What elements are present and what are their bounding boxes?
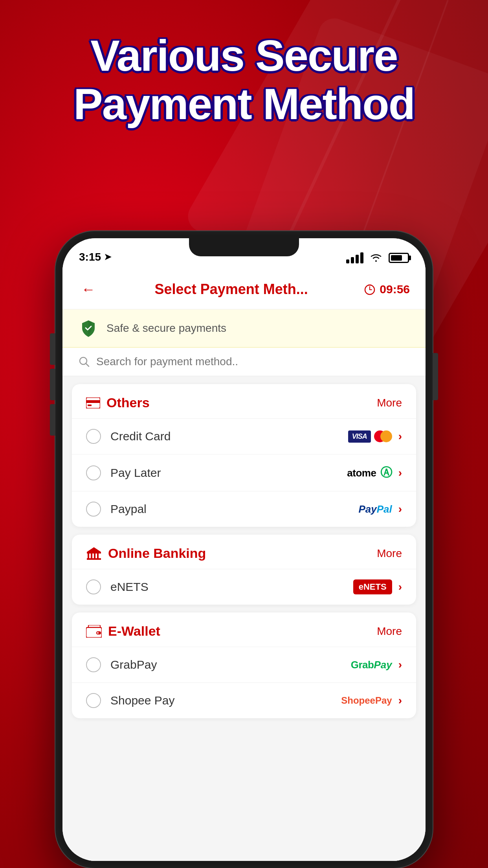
enets-item[interactable]: eNETS eNETS ›	[72, 569, 416, 605]
paypal-item[interactable]: Paypal PayPal ›	[72, 491, 416, 527]
wallet-icon	[86, 625, 102, 638]
enets-radio[interactable]	[86, 579, 101, 594]
app-header: ← Select Payment Meth... 09:56	[62, 268, 426, 309]
mastercard-logo	[374, 430, 392, 442]
ewallet-section-title: E-Wallet	[108, 623, 160, 639]
online-banking-section: Online Banking More eNETS eNETS ›	[72, 535, 416, 605]
svg-marker-15	[87, 547, 101, 552]
svg-rect-14	[87, 558, 101, 560]
paypal-radio[interactable]	[86, 502, 101, 517]
grabpay-item[interactable]: GrabPay GrabPay ›	[72, 647, 416, 682]
paypal-logo: PayPal	[358, 503, 392, 515]
others-more-button[interactable]: More	[377, 397, 402, 409]
phone-mockup: 3:15 ➤	[55, 231, 433, 868]
pay-later-right: atome Ⓐ ›	[347, 465, 402, 481]
grabpay-logo: GrabPay	[351, 659, 392, 671]
others-title-wrap: Others	[86, 395, 150, 410]
card-icon	[86, 397, 100, 408]
ewallet-more-button[interactable]: More	[377, 625, 402, 638]
enets-chevron: ›	[398, 581, 402, 593]
search-input[interactable]	[96, 355, 410, 368]
banking-header: Online Banking More	[72, 535, 416, 569]
enets-right: eNETS ›	[353, 579, 402, 594]
svg-rect-11	[91, 554, 92, 558]
others-section: Others More Credit Card VISA	[72, 384, 416, 527]
svg-rect-10	[88, 554, 89, 558]
banking-section-title: Online Banking	[108, 546, 206, 561]
bottom-padding	[62, 726, 426, 750]
svg-rect-12	[94, 554, 95, 558]
hero-title: Various Secure Payment Method	[24, 31, 464, 128]
pay-later-label: Pay Later	[110, 466, 161, 480]
svg-rect-9	[87, 552, 101, 554]
safety-text: Safe & secure payments	[106, 322, 226, 335]
timer-value: 09:56	[380, 283, 410, 296]
time-display: 3:15	[79, 251, 101, 263]
pay-later-chevron: ›	[398, 467, 402, 479]
svg-rect-13	[97, 554, 99, 558]
credit-card-chevron: ›	[398, 430, 402, 443]
credit-card-item[interactable]: Credit Card VISA ›	[72, 418, 416, 454]
shield-icon	[78, 318, 99, 338]
grabpay-label: GrabPay	[110, 658, 157, 671]
phone-outer: 3:15 ➤	[55, 231, 433, 868]
others-header: Others More	[72, 384, 416, 418]
card-brand-logos: VISA	[348, 430, 392, 443]
safety-banner: Safe & secure payments	[62, 309, 426, 348]
back-button[interactable]: ←	[78, 279, 99, 300]
visa-logo: VISA	[348, 430, 371, 443]
credit-card-right: VISA ›	[348, 430, 402, 443]
shopee-label: Shopee Pay	[110, 694, 174, 707]
timer-icon	[364, 283, 376, 295]
search-bar[interactable]	[62, 348, 426, 376]
grabpay-left: GrabPay	[86, 657, 157, 672]
shopee-chevron: ›	[398, 694, 402, 707]
status-time: 3:15 ➤	[79, 251, 111, 263]
search-icon	[78, 356, 90, 368]
credit-card-radio[interactable]	[86, 429, 101, 444]
paypal-right: PayPal ›	[358, 503, 402, 515]
app-content[interactable]: ← Select Payment Meth... 09:56	[62, 268, 426, 861]
banking-more-button[interactable]: More	[377, 547, 402, 560]
pay-later-radio[interactable]	[86, 465, 101, 480]
ewallet-section: E-Wallet More GrabPay GrabPay	[72, 612, 416, 718]
enets-label: eNETS	[110, 580, 149, 594]
svg-line-5	[86, 363, 89, 366]
page-title: Select Payment Meth...	[155, 281, 308, 298]
gps-icon: ➤	[104, 252, 111, 262]
enets-left: eNETS	[86, 579, 149, 594]
ewallet-title-wrap: E-Wallet	[86, 623, 160, 639]
svg-point-18	[97, 632, 99, 634]
wifi-icon	[370, 253, 382, 263]
status-icons	[346, 252, 409, 263]
battery-icon	[389, 253, 409, 263]
shopee-right: ShopeePay ›	[341, 694, 402, 707]
grabpay-chevron: ›	[398, 658, 402, 671]
credit-card-label: Credit Card	[110, 430, 171, 443]
credit-card-left: Credit Card	[86, 429, 171, 444]
phone-notch	[189, 238, 299, 256]
shopee-left: Shopee Pay	[86, 693, 174, 708]
shopee-pay-item[interactable]: Shopee Pay ShopeePay ›	[72, 682, 416, 718]
banking-title-wrap: Online Banking	[86, 546, 206, 561]
back-arrow-icon: ←	[81, 281, 95, 298]
shopee-logo: ShopeePay	[341, 695, 392, 706]
enets-logo: eNETS	[353, 579, 392, 594]
signal-icon	[346, 252, 363, 263]
grabpay-right: GrabPay ›	[351, 658, 402, 671]
pay-later-left: Pay Later	[86, 465, 161, 480]
phone-screen: 3:15 ➤	[62, 238, 426, 861]
paypal-left: Paypal	[86, 502, 147, 517]
svg-rect-8	[88, 405, 92, 406]
others-section-title: Others	[106, 395, 150, 410]
paypal-label: Paypal	[110, 502, 147, 516]
countdown-timer: 09:56	[364, 283, 410, 296]
ewallet-header: E-Wallet More	[72, 612, 416, 647]
grabpay-radio[interactable]	[86, 657, 101, 672]
shopee-radio[interactable]	[86, 693, 101, 708]
pay-later-item[interactable]: Pay Later atome Ⓐ ›	[72, 454, 416, 491]
paypal-chevron: ›	[398, 503, 402, 515]
bank-icon	[86, 546, 102, 561]
atome-logo: atome Ⓐ	[347, 465, 392, 481]
hero-section: Various Secure Payment Method	[24, 31, 464, 128]
